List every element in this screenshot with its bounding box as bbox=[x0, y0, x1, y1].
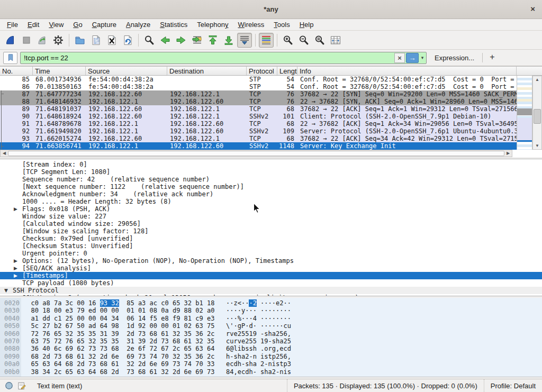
column-header-length[interactable]: Length bbox=[277, 67, 297, 75]
menu-analyze[interactable]: Analyze bbox=[121, 20, 155, 30]
column-header-destination[interactable]: Destination bbox=[167, 67, 247, 75]
detail-line[interactable]: Urgent pointer: 0 bbox=[0, 250, 542, 257]
collapsed-arrow-icon[interactable]: ▶ bbox=[14, 265, 17, 272]
capture-options-button[interactable] bbox=[51, 33, 66, 48]
packet-row[interactable]: 8971.648191037192.168.122.60192.168.122.… bbox=[0, 105, 517, 113]
status-profile[interactable]: Profile: Default bbox=[484, 379, 542, 392]
expert-info-icon[interactable] bbox=[5, 381, 13, 390]
hex-bytes[interactable]: 63 75 72 76 65 32 35 35 31 39 2d 73 68 6… bbox=[31, 338, 215, 345]
display-filter-value[interactable]: !tcp.port == 22 bbox=[24, 54, 394, 62]
packet-row[interactable]: 9371.662015274192.168.122.60192.168.122.… bbox=[0, 135, 517, 142]
display-filter-input[interactable]: !tcp.port == 22 × → ▾ bbox=[20, 52, 427, 64]
packet-row[interactable]: 8771.647777234192.168.122.60192.168.122.… bbox=[0, 90, 517, 98]
hex-row[interactable]: 0060 72 76 65 32 35 35 31 39 2d 73 68 61… bbox=[4, 330, 542, 338]
detail-line[interactable]: ▶Flags: 0x018 (PSH, ACK) bbox=[0, 205, 542, 213]
hex-bytes[interactable]: 80 18 00 e3 79 ed 00 00 01 01 08 0a d9 8… bbox=[31, 307, 215, 314]
menu-edit[interactable]: Edit bbox=[23, 20, 44, 30]
hex-ascii[interactable]: ····e2·· bbox=[257, 299, 291, 307]
hex-bytes[interactable]: c0 a8 7a 3c 00 16 bbox=[31, 299, 100, 307]
close-file-button[interactable] bbox=[104, 33, 119, 48]
close-icon[interactable]: × bbox=[530, 5, 535, 13]
menu-telephony[interactable]: Telephony bbox=[192, 20, 233, 30]
hex-row[interactable]: 0050 5c 27 b2 67 50 ad 64 98 1d 92 00 00… bbox=[4, 322, 542, 330]
hex-ascii[interactable]: ··z<·· bbox=[226, 299, 249, 307]
stop-capture-button[interactable] bbox=[19, 33, 34, 48]
detail-line[interactable]: 1000 .... = Header Length: 32 bytes (8) bbox=[0, 198, 542, 205]
hex-bytes[interactable]: a1 dd c1 25 00 00 04 34 06 14 f5 e8 f9 8… bbox=[31, 315, 215, 322]
go-back-button[interactable] bbox=[158, 33, 173, 48]
detail-line[interactable]: [Next sequence number: 1122 (relative se… bbox=[0, 183, 542, 190]
detail-line[interactable]: [Calculated window size: 29056] bbox=[0, 220, 542, 227]
hex-ascii[interactable]: \'·gP·d· ······cu bbox=[226, 322, 291, 330]
hex-row[interactable]: 0080 36 40 6c 69 62 73 73 68 2e 6f 72 67… bbox=[4, 345, 542, 352]
collapsed-arrow-icon[interactable]: ▶ bbox=[14, 257, 17, 265]
detail-line[interactable]: [Checksum Status: Unverified] bbox=[0, 242, 542, 250]
menu-help[interactable]: Help bbox=[295, 20, 319, 30]
zoom-reset-button[interactable] bbox=[312, 33, 327, 48]
hex-ascii[interactable]: ecdh-sha 2-nistp3 bbox=[226, 360, 291, 368]
packet-row[interactable]: 9471.663856741192.168.122.1192.168.122.6… bbox=[0, 142, 517, 150]
hex-bytes[interactable]: 5c 27 b2 67 50 ad 64 98 1d 92 00 00 01 0… bbox=[31, 322, 215, 330]
detail-line[interactable]: ▶Options: (12 bytes), No-Operation (NOP)… bbox=[0, 257, 542, 265]
packet-row[interactable]: 9071.648618924192.168.122.60192.168.122.… bbox=[0, 113, 517, 120]
go-first-button[interactable] bbox=[205, 33, 220, 48]
expanded-arrow-icon[interactable]: ▼ bbox=[4, 287, 8, 294]
hex-row[interactable]: 0090 68 2d 73 68 61 32 2d 6e 69 73 74 70… bbox=[4, 353, 542, 360]
menu-wireless[interactable]: Wireless bbox=[233, 20, 269, 30]
go-to-packet-button[interactable] bbox=[189, 33, 204, 48]
hex-bytes[interactable]: 72 76 65 32 35 35 31 39 2d 73 68 61 32 3… bbox=[31, 330, 215, 338]
menu-capture[interactable]: Capture bbox=[87, 20, 121, 30]
filter-apply-button[interactable]: → bbox=[406, 53, 419, 63]
packet-row[interactable]: 9271.661949820192.168.122.1192.168.122.6… bbox=[0, 127, 517, 135]
filter-clear-button[interactable]: × bbox=[394, 53, 405, 63]
expression-button[interactable]: Expression... bbox=[429, 54, 480, 62]
hex-ascii[interactable]: 6@libssh .org,ecd bbox=[226, 345, 291, 352]
detail-line[interactable]: Acknowledgment number: 34 (relative ack … bbox=[0, 190, 542, 198]
zoom-out-button[interactable] bbox=[296, 33, 311, 48]
hex-row[interactable]: 0040 a1 dd c1 25 00 00 04 34 06 14 f5 e8… bbox=[4, 315, 542, 322]
column-header-info[interactable]: Info bbox=[297, 67, 517, 75]
collapsed-arrow-icon[interactable]: ▶ bbox=[14, 294, 17, 296]
detail-line[interactable]: ▶[SEQ/ACK analysis] bbox=[0, 265, 542, 272]
filter-bookmark-button[interactable] bbox=[3, 52, 17, 64]
add-filter-button[interactable]: + bbox=[485, 52, 500, 63]
packet-list-horizontal-scrollbar[interactable]: ◀ ▶ bbox=[0, 150, 512, 157]
filter-dropdown-caret[interactable]: ▾ bbox=[419, 53, 426, 63]
column-header-time[interactable]: Time bbox=[33, 67, 86, 75]
menu-tools[interactable]: Tools bbox=[269, 20, 294, 30]
hex-bytes[interactable]: 68 2d 73 68 61 32 2d 6e 69 73 74 70 32 3… bbox=[31, 353, 215, 360]
find-packet-button[interactable] bbox=[142, 33, 157, 48]
detail-line[interactable]: ▼SSH Protocol bbox=[0, 287, 542, 294]
hex-ascii[interactable]: ···%···4 ········ bbox=[226, 315, 291, 322]
menu-file[interactable]: File bbox=[2, 20, 23, 30]
detail-line[interactable]: [TCP Segment Len: 1080] bbox=[0, 168, 542, 176]
hex-row[interactable]: 0020 c0 a8 7a 3c 00 16 93 32 85 a3 ac c0… bbox=[4, 299, 542, 307]
hex-bytes[interactable]: 65 63 64 68 2d 73 68 61 32 2d 6e 69 73 7… bbox=[31, 360, 215, 368]
capture-comment-icon[interactable] bbox=[17, 381, 26, 390]
reload-file-button[interactable] bbox=[120, 33, 135, 48]
hex-ascii[interactable]: h-sha2-n istp256, bbox=[226, 353, 291, 360]
detail-line[interactable]: Window size value: 227 bbox=[0, 213, 542, 220]
hex-ascii[interactable]: rve25519 -sha256, bbox=[226, 330, 291, 338]
detail-line[interactable]: ▶SSH Version 2 (encryption:chacha20-poly… bbox=[0, 294, 542, 296]
hex-bytes[interactable]: 36 40 6c 69 62 73 73 68 2e 6f 72 67 2c 6… bbox=[31, 345, 215, 352]
packet-row[interactable]: 8568.001734936fe:54:00:d4:38:2aSTP54Conf… bbox=[0, 76, 517, 83]
resize-columns-button[interactable] bbox=[328, 33, 343, 48]
hex-bytes[interactable]: 85 a3 ac c0 65 32 b1 18 bbox=[119, 299, 215, 307]
column-header-source[interactable]: Source bbox=[86, 67, 167, 75]
go-last-button[interactable] bbox=[221, 33, 236, 48]
hex-bytes-highlighted[interactable]: 93 32 bbox=[100, 299, 119, 307]
zoom-in-button[interactable] bbox=[281, 33, 295, 48]
menu-statistics[interactable]: Statistics bbox=[155, 20, 192, 30]
title-bar[interactable]: *any × bbox=[0, 0, 542, 19]
hex-row[interactable]: 0070 63 75 72 76 65 32 35 35 31 39 2d 73… bbox=[4, 338, 542, 345]
scroll-left-icon[interactable]: ◀ bbox=[1, 150, 8, 157]
hex-row[interactable]: 00a0 65 63 64 68 2d 73 68 61 32 2d 6e 69… bbox=[4, 360, 542, 368]
scroll-up-icon[interactable]: ▲ bbox=[533, 76, 541, 83]
detail-line[interactable]: [Stream index: 0] bbox=[0, 161, 542, 168]
hex-ascii[interactable]: 84,ecdh- sha2-nis bbox=[226, 368, 291, 376]
colorize-button[interactable] bbox=[259, 33, 274, 48]
hex-row[interactable]: 0030 80 18 00 e3 79 ed 00 00 01 01 08 0a… bbox=[4, 307, 542, 314]
horizontal-scrollbar-thumb[interactable] bbox=[8, 151, 504, 156]
packet-row[interactable]: 9171.648789678192.168.122.1192.168.122.6… bbox=[0, 120, 517, 127]
